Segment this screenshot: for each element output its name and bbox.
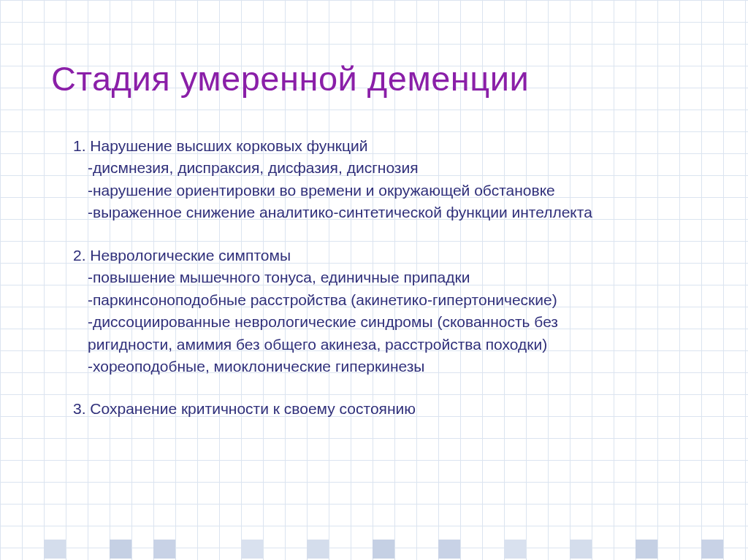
section-2-item: -диссоциированные неврологические синдро… — [73, 311, 697, 333]
section-3-head: 3. Сохранение критичности к своему состо… — [73, 398, 697, 420]
spacer — [73, 224, 697, 245]
section-1-item: -дисмнезия, диспраксия, дисфазия, дисгно… — [73, 157, 697, 179]
slide-body: 1. Нарушение высших корковых функций -ди… — [51, 135, 697, 421]
section-2-item: -хореоподобные, миоклонические гиперкине… — [73, 356, 697, 377]
section-1-item: -выраженное снижение аналитико-синтетиче… — [73, 202, 697, 223]
slide: Стадия умеренной деменции 1. Нарушение в… — [0, 0, 748, 560]
section-1-head: 1. Нарушение высших корковых функций — [73, 135, 697, 157]
spacer — [73, 377, 697, 398]
slide-title: Стадия умеренной деменции — [51, 58, 697, 99]
section-2-item: ригидности, амимия без общего акинеза, р… — [73, 334, 697, 356]
section-2-item: -паркинсоноподобные расстройства (акинет… — [73, 289, 697, 311]
section-1-item: -нарушение ориентировки во времени и окр… — [73, 180, 697, 202]
section-2-head: 2. Неврологические симптомы — [73, 245, 697, 266]
section-2-item: -повышение мышечного тонуса, единичные п… — [73, 266, 697, 288]
